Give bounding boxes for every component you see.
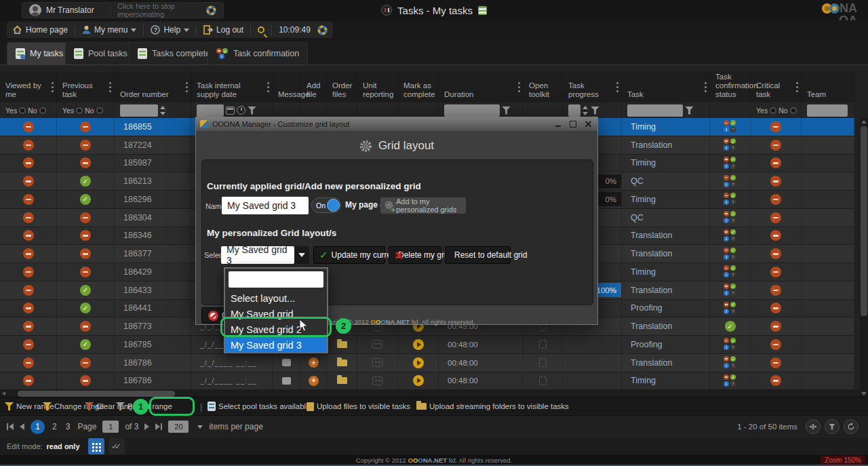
cell-open-toolkit[interactable] <box>524 372 563 390</box>
upload-files-button[interactable]: Upload files to visible tasks <box>307 402 410 411</box>
close-window-button[interactable] <box>583 120 593 129</box>
column-menu-icon[interactable] <box>267 82 269 84</box>
cell-add-file[interactable] <box>301 372 327 390</box>
no-radio[interactable] <box>790 107 797 114</box>
last-page-button[interactable] <box>155 423 162 430</box>
reset-grid-button[interactable]: Reset to default grid <box>445 246 511 264</box>
column-menu-icon[interactable] <box>109 82 111 84</box>
log-out-menu-item[interactable]: Log out <box>203 25 243 35</box>
fit-columns-button[interactable] <box>806 419 821 434</box>
vertical-scroll-thumb[interactable] <box>861 126 867 316</box>
cell-open-toolkit[interactable] <box>524 336 563 353</box>
filter-input[interactable] <box>807 104 848 117</box>
calendar-icon[interactable] <box>226 106 235 115</box>
page-default-toggle[interactable]: On <box>311 197 341 213</box>
grid-mode-button[interactable] <box>88 438 104 454</box>
cell-message[interactable] <box>273 354 301 372</box>
column-menu-icon[interactable] <box>186 82 188 84</box>
horizontal-scroll-thumb[interactable] <box>18 391 175 397</box>
tab-pool-tasks[interactable]: Pool tasks <box>65 42 136 64</box>
minimize-button[interactable] <box>553 120 564 129</box>
cell-mark-as-complete[interactable] <box>398 354 439 372</box>
filter-funnel-icon[interactable] <box>685 106 694 115</box>
life-ring-icon[interactable] <box>317 25 328 35</box>
tab-task-confirmation[interactable]: Task confirmation <box>208 42 308 64</box>
clock-icon[interactable] <box>237 106 245 115</box>
current-user[interactable]: Mr Translator <box>22 2 118 18</box>
page-3-button[interactable]: 3 <box>64 422 72 431</box>
cell-mark-as-complete[interactable] <box>398 372 439 390</box>
validate-all-button[interactable]: ✓✓ <box>108 438 125 454</box>
grid-select-combo[interactable]: My Saved grid 3 <box>221 246 294 264</box>
filter-funnel-icon[interactable] <box>248 106 256 115</box>
cell-unit-reporting[interactable] <box>357 336 398 353</box>
filter-funnel-icon[interactable] <box>502 106 511 115</box>
page-1-button[interactable]: 1 <box>31 420 45 434</box>
cell-unit-reporting[interactable] <box>357 372 398 390</box>
yes-radio[interactable] <box>76 107 83 114</box>
upload-streaming-button[interactable]: Upload streaming folders to visible task… <box>416 402 569 410</box>
vertical-scrollbar[interactable] <box>860 118 868 397</box>
filter-input[interactable] <box>568 104 580 117</box>
filter-funnel-icon[interactable] <box>591 106 599 115</box>
cell-order-files[interactable] <box>327 354 357 372</box>
filter-input[interactable] <box>120 104 158 117</box>
grid-name-input[interactable]: My Saved grid 3 <box>222 197 309 214</box>
previous-page-button[interactable] <box>20 423 24 430</box>
table-row[interactable]: 186786_/_/____ __:__00:48:00Translation <box>0 354 854 372</box>
table-row[interactable]: 186785_/_/____ __:__00:48:00Proofing <box>0 336 854 354</box>
dropdown-item-my-saved-grid-3[interactable]: My Saved grid 3 <box>225 337 327 353</box>
dialog-title-bar[interactable]: OOONA Manager - Customize grid layout <box>196 117 597 131</box>
column-header-critical-task: Critical task <box>751 72 802 102</box>
column-menu-icon[interactable] <box>52 82 54 84</box>
scroll-left-icon[interactable] <box>2 391 5 395</box>
filter-input[interactable] <box>444 104 500 117</box>
items-per-page-select[interactable]: 20 <box>168 421 189 433</box>
tab-my-tasks[interactable]: My tasks <box>7 42 72 64</box>
page-number-input[interactable] <box>102 421 119 433</box>
cell-unit-reporting[interactable] <box>357 354 398 372</box>
stop-impersonating-button[interactable]: Click here to stop impersonating <box>110 2 224 18</box>
column-menu-icon[interactable] <box>616 82 618 84</box>
cell-message[interactable] <box>273 372 301 390</box>
yes-radio[interactable] <box>19 107 26 114</box>
search-button[interactable] <box>258 26 264 33</box>
cell-order-files[interactable] <box>327 336 357 353</box>
select-pool-tasks-button[interactable]: Select pool tasks available <box>208 402 311 411</box>
refresh-button[interactable] <box>844 419 859 434</box>
table-row[interactable]: 186786_/_/____ __:__00:48:00Timing <box>0 372 854 391</box>
update-grid-button[interactable]: ✓ Update my current grid <box>313 246 385 264</box>
column-menu-icon[interactable] <box>518 82 520 84</box>
combo-dropdown-button[interactable] <box>294 246 309 264</box>
filter-input[interactable] <box>197 104 224 117</box>
home-page-menu-item[interactable]: Home page <box>12 25 68 35</box>
mini-check-icon <box>730 248 736 253</box>
page-2-button[interactable]: 2 <box>51 422 58 431</box>
cell-add-file[interactable] <box>301 354 327 372</box>
column-menu-icon[interactable] <box>796 82 798 84</box>
my-menu-item[interactable]: My menu <box>82 25 136 35</box>
yes-radio[interactable] <box>770 107 776 114</box>
clear-filters-button[interactable] <box>825 419 840 434</box>
scroll-down-icon[interactable] <box>861 392 867 395</box>
chevron-down-icon[interactable] <box>197 425 203 429</box>
scroll-up-icon[interactable] <box>861 120 867 123</box>
maximize-button[interactable] <box>568 120 578 129</box>
column-menu-icon[interactable] <box>705 82 707 84</box>
help-menu-item[interactable]: ? Help <box>151 25 189 35</box>
cell-mark-as-complete[interactable] <box>398 336 439 353</box>
next-page-button[interactable] <box>144 423 149 430</box>
delete-grid-button[interactable]: Delete my grid <box>389 246 441 264</box>
dropdown-item-select-layout[interactable]: Select layout... <box>225 290 327 306</box>
filter-input[interactable] <box>627 104 683 117</box>
add-to-grids-button[interactable]: Add to my personalized grids <box>380 197 466 214</box>
no-radio[interactable] <box>96 107 103 114</box>
spinner-icon[interactable] <box>583 105 589 116</box>
dropdown-filter-input[interactable] <box>229 271 323 288</box>
spinner-icon[interactable] <box>160 105 166 116</box>
first-page-button[interactable] <box>7 423 14 430</box>
no-radio[interactable] <box>39 107 46 114</box>
cell-order-files[interactable] <box>327 372 357 390</box>
grid-view-icon[interactable] <box>478 6 487 15</box>
cell-open-toolkit[interactable] <box>524 354 563 372</box>
